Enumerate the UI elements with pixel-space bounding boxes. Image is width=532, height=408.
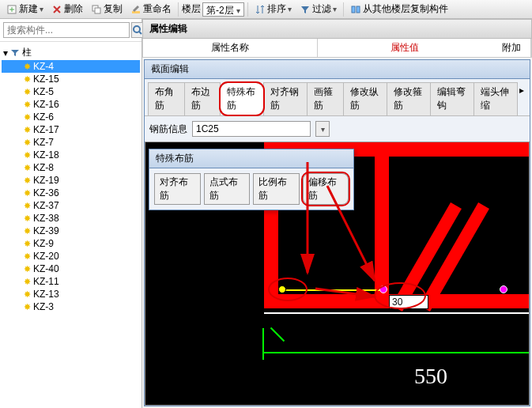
copy-icon bbox=[91, 4, 102, 15]
tree-item[interactable]: ✸KZ-4 bbox=[2, 60, 140, 73]
search-input[interactable] bbox=[3, 22, 130, 38]
section-tab[interactable]: 端头伸缩 bbox=[474, 82, 518, 115]
star-icon: ✸ bbox=[24, 74, 31, 85]
rebar-node[interactable] bbox=[500, 285, 507, 293]
tree-item-label: KZ-36 bbox=[33, 187, 59, 198]
filter-icon bbox=[10, 48, 20, 58]
tree-item[interactable]: ✸KZ-39 bbox=[2, 225, 140, 237]
tree-item[interactable]: ✸KZ-18 bbox=[2, 149, 140, 161]
section-tab[interactable]: 修改纵筋 bbox=[343, 82, 387, 115]
rebar-node[interactable] bbox=[379, 285, 387, 293]
tree-item[interactable]: ✸KZ-19 bbox=[2, 174, 140, 187]
tree-item[interactable]: ✸KZ-40 bbox=[2, 263, 140, 275]
right-panel: 属性编辑 属性名称 属性值 附加 截面编辑 布角筋布边筋特殊布筋对齐钢筋画箍筋修… bbox=[142, 19, 532, 408]
copy-button[interactable]: 复制 bbox=[88, 1, 126, 17]
star-icon: ✸ bbox=[24, 150, 31, 161]
tree-item[interactable]: ✸KZ-7 bbox=[2, 136, 140, 149]
svg-point-6 bbox=[134, 26, 140, 32]
svg-rect-5 bbox=[357, 6, 360, 13]
section-edge bbox=[375, 142, 389, 300]
copy-from-icon bbox=[350, 4, 361, 15]
sort-icon bbox=[255, 4, 266, 15]
tree-root[interactable]: ▾柱 bbox=[2, 45, 140, 60]
star-icon: ✸ bbox=[24, 100, 31, 110]
rebar-info-dropdown[interactable]: ▾ bbox=[315, 121, 330, 137]
star-icon: ✸ bbox=[24, 188, 31, 198]
svg-rect-3 bbox=[132, 11, 140, 13]
rename-label: 重命名 bbox=[143, 2, 172, 16]
sort-button[interactable]: 排序▾ bbox=[251, 1, 295, 17]
section-tab[interactable]: 布边筋 bbox=[184, 82, 221, 115]
star-icon: ✸ bbox=[24, 163, 31, 173]
tree-item[interactable]: ✸KZ-13 bbox=[2, 288, 140, 300]
rebar-node[interactable] bbox=[278, 285, 286, 293]
tree-item-label: KZ-3 bbox=[33, 301, 54, 312]
separator bbox=[178, 2, 179, 17]
tabs-overflow-icon[interactable]: ▸ bbox=[517, 82, 526, 115]
tree-item[interactable]: ✸KZ-17 bbox=[2, 123, 140, 136]
filter-button[interactable]: 过滤▾ bbox=[296, 1, 340, 17]
section-tab[interactable]: 修改箍筋 bbox=[387, 82, 431, 115]
section-tab[interactable]: 编辑弯钩 bbox=[430, 82, 474, 115]
tree-item-label: KZ-39 bbox=[33, 225, 59, 236]
new-icon bbox=[6, 4, 17, 15]
tree[interactable]: ▾柱 ✸KZ-4✸KZ-15✸KZ-5✸KZ-16✸KZ-6✸KZ-17✸KZ-… bbox=[0, 42, 141, 408]
tree-root-label: 柱 bbox=[22, 46, 32, 59]
section-tab[interactable]: 布角筋 bbox=[148, 82, 185, 115]
star-icon: ✸ bbox=[24, 201, 31, 211]
star-icon: ✸ bbox=[24, 112, 31, 123]
star-icon: ✸ bbox=[24, 138, 31, 148]
search-row bbox=[0, 19, 141, 42]
property-header: 属性编辑 bbox=[142, 19, 532, 39]
dropdown-icon: ▾ bbox=[40, 5, 43, 13]
layer-select[interactable]: 第-2层 ▾ bbox=[202, 2, 244, 17]
popup-button[interactable]: 点式布筋 bbox=[204, 173, 251, 205]
rename-button[interactable]: 重命名 bbox=[127, 1, 175, 17]
popup-button[interactable]: 比例布筋 bbox=[253, 173, 300, 205]
popup-button[interactable]: 偏移布筋 bbox=[303, 173, 349, 205]
new-label: 新建 bbox=[19, 2, 38, 16]
copy-label: 复制 bbox=[104, 2, 123, 16]
tree-item-label: KZ-6 bbox=[33, 111, 54, 123]
measure-line bbox=[281, 289, 384, 291]
copy-from-button[interactable]: 从其他楼层复制构件 bbox=[347, 1, 451, 17]
tree-item[interactable]: ✸KZ-8 bbox=[2, 161, 140, 174]
tree-item[interactable]: ✸KZ-6 bbox=[2, 111, 140, 123]
section-tab[interactable]: 对齐钢筋 bbox=[263, 82, 308, 115]
search-icon bbox=[132, 25, 143, 36]
popup-button[interactable]: 对齐布筋 bbox=[154, 173, 201, 205]
tree-item[interactable]: ✸KZ-37 bbox=[2, 199, 140, 212]
rebar-info-label: 钢筋信息 bbox=[149, 123, 187, 136]
star-icon: ✸ bbox=[24, 264, 31, 274]
tree-item-label: KZ-19 bbox=[33, 175, 59, 186]
section-canvas[interactable]: 550 特殊布筋 对齐布筋点式布筋比例布筋偏移布筋 bbox=[145, 142, 530, 406]
tree-item[interactable]: ✸KZ-3 bbox=[2, 300, 140, 313]
prop-name-col: 属性名称 bbox=[143, 39, 318, 57]
delete-button[interactable]: 删除 bbox=[48, 1, 86, 17]
new-button[interactable]: 新建▾ bbox=[3, 1, 47, 17]
tree-item-label: KZ-7 bbox=[33, 137, 54, 148]
tree-item[interactable]: ✸KZ-16 bbox=[2, 98, 140, 111]
delete-label: 删除 bbox=[64, 2, 83, 16]
star-icon: ✸ bbox=[24, 213, 31, 224]
section-tab[interactable]: 特殊布筋 bbox=[220, 82, 264, 115]
dropdown-icon: ▾ bbox=[333, 5, 337, 13]
tree-item[interactable]: ✸KZ-5 bbox=[2, 85, 140, 98]
star-icon: ✸ bbox=[24, 302, 31, 312]
tree-item[interactable]: ✸KZ-38 bbox=[2, 212, 140, 225]
tree-item[interactable]: ✸KZ-15 bbox=[2, 73, 140, 85]
tree-item[interactable]: ✸KZ-9 bbox=[2, 237, 140, 250]
svg-rect-2 bbox=[95, 8, 100, 13]
tree-item[interactable]: ✸KZ-11 bbox=[2, 275, 140, 288]
tree-item[interactable]: ✸KZ-20 bbox=[2, 250, 140, 263]
offset-input[interactable] bbox=[389, 295, 428, 309]
filter-icon bbox=[300, 4, 311, 15]
star-icon: ✸ bbox=[24, 289, 31, 300]
collapse-icon: ▾ bbox=[3, 47, 8, 59]
tree-item[interactable]: ✸KZ-36 bbox=[2, 187, 140, 199]
rebar-info-input[interactable] bbox=[192, 121, 311, 137]
section-tab[interactable]: 画箍筋 bbox=[307, 82, 344, 115]
star-icon: ✸ bbox=[24, 226, 31, 236]
tree-item-label: KZ-20 bbox=[33, 251, 59, 262]
tree-item-label: KZ-9 bbox=[33, 238, 54, 249]
